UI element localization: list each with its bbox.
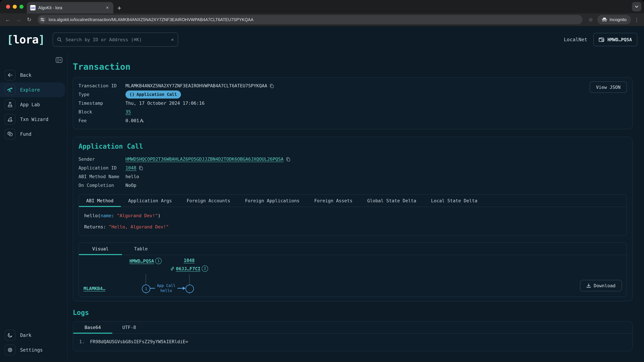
wallet-button[interactable]: HMWD…PQSA: [593, 33, 637, 46]
network-label[interactable]: LocalNet: [564, 37, 587, 42]
theme-label: Dark: [20, 333, 31, 338]
field-label: ABI Method Name: [78, 172, 126, 181]
sidebar-item-back[interactable]: Back: [0, 68, 67, 82]
search-clear-icon[interactable]: ×: [171, 37, 174, 42]
lora-logo[interactable]: [lora]: [7, 33, 44, 46]
browser-tabstrip: [ak] AlgoKit - lora × +: [0, 0, 644, 13]
view-json-button[interactable]: View JSON: [590, 81, 627, 93]
sidebar-item-app-lab[interactable]: App Lab: [0, 97, 67, 112]
tab-local-state-delta[interactable]: Local State Delta: [424, 195, 485, 207]
tab-foreign-accounts[interactable]: Foreign Accounts: [179, 195, 238, 207]
abi-signature: hello(name: "Algorand Dev!"): [84, 213, 621, 218]
transaction-graph: HMWD…PQSA 1 1048 06JJ…F7CI 2: [79, 255, 626, 297]
sidebar-item-fund[interactable]: Fund: [0, 127, 67, 141]
settings-label: Settings: [20, 347, 43, 353]
graph-edge-label: App Callhello: [155, 283, 178, 293]
sidebar-item-label: Explore: [20, 87, 40, 93]
search-box[interactable]: ×: [53, 32, 178, 46]
tab-visual[interactable]: Visual: [79, 243, 122, 255]
back-button[interactable]: ←: [3, 15, 12, 24]
address-bar[interactable]: lora.algokit.io/localnet/transaction/MLA…: [38, 15, 582, 24]
sidebar-item-label: Fund: [20, 131, 31, 137]
wizard-hat-icon: [5, 114, 16, 125]
tab-base64[interactable]: Base64: [73, 322, 112, 333]
search-input[interactable]: [65, 37, 168, 42]
tab-title: AlgoKit - lora: [38, 5, 102, 10]
appcall-tabbar: ABI Method Application Args Foreign Acco…: [79, 195, 626, 207]
sender-link[interactable]: HMWDSHQCOPD2T36WBAHLAZ6PO5GDJJZBN4D2TODK…: [126, 155, 284, 164]
graph-node-application: [186, 285, 194, 293]
coins-icon: [5, 129, 16, 139]
sidebar-collapse-button[interactable]: [55, 56, 63, 64]
url-text: lora.algokit.io/localnet/transaction/MLA…: [49, 17, 254, 22]
tab-table[interactable]: Table: [122, 243, 160, 255]
graph-application-link[interactable]: 1048: [184, 258, 194, 263]
visual-tabbar: Visual Table: [79, 243, 626, 255]
browser-tab[interactable]: [ak] AlgoKit - lora ×: [27, 2, 113, 13]
tab-foreign-assets[interactable]: Foreign Assets: [307, 195, 360, 207]
abi-method-value: hello: [126, 172, 139, 181]
site-settings-icon[interactable]: [39, 16, 46, 23]
bookmark-star-icon[interactable]: ☆: [586, 15, 595, 24]
sidebar-item-explore[interactable]: Explore: [0, 82, 65, 97]
on-completion-value: NoOp: [126, 181, 136, 190]
browser-menu-icon[interactable]: ⋮: [633, 17, 641, 23]
close-window-button[interactable]: [6, 5, 10, 9]
search-icon: [57, 37, 62, 42]
tab-utf8[interactable]: UTF-8: [112, 322, 146, 333]
moon-icon: [5, 330, 16, 341]
tab-global-state-delta[interactable]: Global State Delta: [360, 195, 424, 207]
minimize-window-button[interactable]: [13, 5, 17, 9]
zoom-window-button[interactable]: [20, 5, 24, 9]
arrow-right-icon: [183, 287, 186, 290]
main-content: Transaction Transaction ID MLAMKB4ANXZ5N…: [68, 53, 644, 362]
download-button[interactable]: Download: [580, 280, 622, 291]
tab-application-args[interactable]: Application Args: [121, 195, 179, 207]
forward-button[interactable]: →: [14, 15, 23, 24]
field-label: Timestamp: [78, 99, 126, 108]
tab-foreign-applications[interactable]: Foreign Applications: [238, 195, 307, 207]
application-call-icon: (): [130, 90, 134, 99]
reload-button[interactable]: ↻: [25, 15, 34, 24]
application-call-title: Application Call: [78, 142, 627, 150]
new-tab-button[interactable]: +: [118, 5, 121, 11]
copy-icon[interactable]: [270, 83, 274, 88]
graph-group-link[interactable]: 06JJ…F7CI: [176, 266, 200, 271]
sidebar-item-txn-wizard[interactable]: Txn Wizard: [0, 112, 67, 127]
type-badge: ()Application Call: [126, 90, 181, 98]
logs-title: Logs: [73, 309, 632, 317]
incognito-label: Incognito: [610, 17, 626, 22]
tab-close-icon[interactable]: ×: [105, 5, 110, 11]
transaction-summary-card: Transaction ID MLAMKB4ANXZ5NA2XY7ZNF3EAI…: [73, 77, 632, 129]
application-call-card: Application Call Sender HMWDSHQCOPD2T36W…: [73, 137, 632, 301]
field-label: Sender: [78, 155, 126, 164]
log-index: 1.: [79, 339, 85, 344]
abi-returns: Returns: "Hello, Algorand Dev!": [84, 224, 621, 229]
tab-favicon: [ak]: [30, 5, 36, 10]
application-id-link[interactable]: 1048: [126, 164, 136, 172]
graph-transaction-link[interactable]: MLAMKB4…: [84, 286, 105, 291]
field-label: Application ID: [78, 164, 126, 172]
transaction-id-value: MLAMKB4ANXZ5NA2XY7ZNF3EAIROHVWPAB4A7CLT6…: [126, 81, 267, 90]
algo-icon: [140, 119, 144, 123]
graph-account-link[interactable]: HMWD…PQSA: [130, 258, 154, 264]
field-label: Transaction ID: [78, 81, 126, 90]
copy-icon[interactable]: [139, 166, 143, 170]
page-title: Transaction: [73, 62, 632, 72]
arrow-left-icon: [5, 70, 16, 80]
timestamp-value: Thu, 17 October 2024 17:06:16: [126, 99, 204, 108]
lora-app: [lora] × LocalNet HMWD…PQSA: [0, 26, 644, 362]
block-link[interactable]: 35: [126, 108, 131, 116]
graph-edge: App Callhello: [149, 280, 186, 296]
tab-abi-method[interactable]: ABI Method: [79, 195, 121, 207]
graph-group-badge: 2: [202, 266, 208, 272]
sidebar-item-settings[interactable]: Settings: [0, 343, 67, 357]
theme-toggle-dark[interactable]: Dark: [0, 328, 67, 343]
flask-icon: [5, 99, 16, 110]
app-header: [lora] × LocalNet HMWD…PQSA: [0, 26, 644, 53]
visual-table-card: Visual Table HMWD…PQSA 1 1048: [78, 243, 627, 297]
tab-search-button[interactable]: [632, 2, 641, 11]
copy-icon[interactable]: [286, 157, 290, 162]
field-label: Block: [78, 108, 126, 116]
sidebar-item-label: App Lab: [20, 102, 40, 107]
